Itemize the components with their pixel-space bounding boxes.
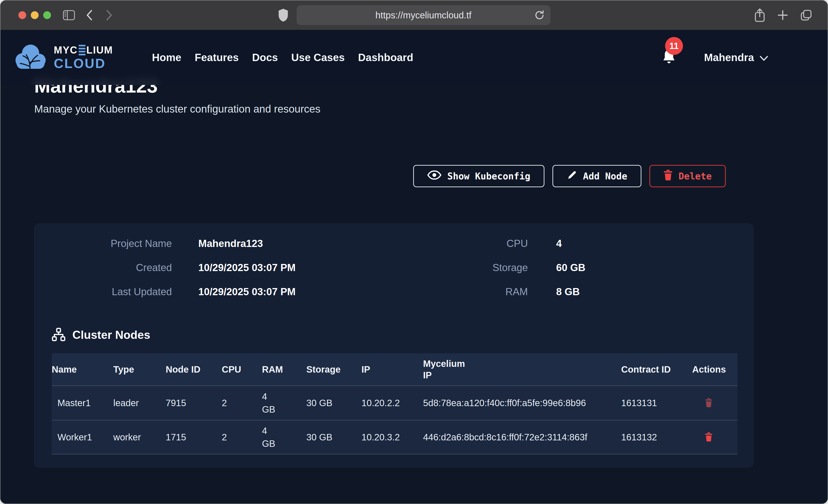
tab-overview-icon[interactable] (800, 9, 812, 22)
table-row: Worker1 worker 1715 2 4 GB 30 GB 10.20.3… (52, 420, 738, 454)
cluster-details-card: Project Name Mahendra123 CPU 4 Created 1… (34, 223, 753, 467)
main-nav: HomeFeaturesDocsUse CasesDashboard (152, 51, 413, 64)
table-header-row: NameTypeNode IDCPURAMStorageIPMycelium I… (52, 353, 738, 385)
cell-storage: 30 GB (306, 431, 362, 444)
column-header: Name (52, 364, 113, 375)
cell-storage: 30 GB (306, 396, 362, 409)
cell-node-id: 7915 (166, 396, 222, 409)
refresh-icon[interactable] (534, 10, 544, 21)
mycelium-cloud-logo[interactable]: MYC LIUM CLOUD (13, 43, 113, 72)
page: MYC LIUM CLOUD HomeFeaturesDocsUse Cases… (0, 30, 828, 504)
user-name: Mahendra (704, 51, 754, 64)
info-value: Mahendra123 (172, 237, 413, 250)
cell-actions (692, 432, 738, 443)
info-label: Project Name (35, 237, 172, 250)
info-label: Storage (413, 261, 528, 274)
column-header: Node ID (166, 364, 222, 375)
nav-item[interactable]: Features (195, 51, 239, 64)
trash-icon (705, 398, 713, 408)
cluster-nodes-table: NameTypeNode IDCPURAMStorageIPMycelium I… (52, 353, 738, 454)
cell-node-id: 1715 (166, 431, 222, 444)
trash-icon (663, 170, 673, 183)
url-text: https://myceliumcloud.tf (375, 10, 471, 20)
user-menu[interactable]: Mahendra (704, 51, 768, 64)
chevron-down-icon (759, 51, 768, 64)
table-row: Master1 leader 7915 2 4 GB 30 GB 10.20.2… (52, 385, 738, 420)
column-header: Type (113, 364, 166, 375)
info-label: Last Updated (35, 285, 172, 298)
logo-wordmark-line1: MYC LIUM (54, 45, 113, 55)
cell-actions (692, 398, 738, 408)
close-window-button[interactable] (18, 11, 26, 19)
nav-item[interactable]: Home (152, 51, 181, 64)
nav-item[interactable]: Dashboard (358, 51, 413, 64)
new-tab-icon[interactable] (777, 9, 788, 21)
add-node-button[interactable]: Add Node (552, 165, 641, 187)
cell-cpu: 2 (222, 396, 262, 409)
show-kubeconfig-button[interactable]: Show Kubeconfig (413, 165, 544, 187)
cell-mycelium-ip: 446:d2a6:8bcd:8c16:ff0f:72e2:3114:863f (423, 431, 621, 444)
column-header: Contract ID (621, 364, 692, 375)
column-header: CPU (222, 364, 262, 375)
cell-mycelium-ip: 5d8:78ea:a120:f40c:ff0f:a5fe:99e6:8b96 (423, 396, 621, 409)
cell-type: worker (113, 431, 166, 444)
nav-item[interactable]: Use Cases (291, 51, 345, 64)
table-body: Master1 leader 7915 2 4 GB 30 GB 10.20.2… (52, 385, 738, 454)
nav-item[interactable]: Docs (252, 51, 278, 64)
address-bar[interactable]: https://myceliumcloud.tf (296, 5, 550, 25)
column-header: Storage (306, 364, 362, 375)
traffic-lights (18, 11, 51, 19)
notification-badge: 11 (665, 37, 683, 55)
cell-ram: 4 GB (262, 390, 306, 416)
info-value: 4 (528, 237, 753, 250)
privacy-shield-icon[interactable] (278, 8, 289, 22)
browser-chrome: https://myceliumcloud.tf (0, 0, 828, 30)
info-label: CPU (413, 237, 528, 250)
cell-name: Master1 (52, 396, 113, 409)
cell-ram: 4 GB (262, 424, 306, 450)
column-header: Mycelium IP (423, 358, 621, 381)
back-button-icon[interactable] (85, 9, 94, 22)
logo-wordmark-line2: CLOUD (54, 57, 113, 70)
delete-node-button[interactable] (705, 398, 713, 408)
delete-node-button[interactable] (705, 432, 713, 443)
logo-e-bars (79, 45, 85, 55)
cell-ip: 10.20.3.2 (362, 431, 423, 444)
info-value: 60 GB (528, 261, 753, 274)
eye-icon (427, 170, 442, 182)
share-icon[interactable] (754, 8, 765, 22)
cell-ip: 10.20.2.2 (362, 396, 423, 409)
cell-name: Worker1 (52, 431, 113, 444)
cell-type: leader (113, 396, 166, 409)
cell-cpu: 2 (222, 431, 262, 444)
cluster-hierarchy-icon (52, 328, 66, 342)
sidebar-toggle-icon[interactable] (63, 10, 75, 20)
browser-window: https://myceliumcloud.tf (0, 0, 828, 504)
minimize-window-button[interactable] (31, 11, 39, 19)
info-label: RAM (413, 285, 528, 298)
pencil-icon (567, 170, 577, 182)
page-subtitle: Manage your Kubernetes cluster configura… (34, 102, 752, 115)
cell-contract-id: 1613132 (621, 431, 692, 444)
project-info: Project Name Mahendra123 CPU 4 Created 1… (35, 237, 753, 298)
column-header: Actions (692, 364, 738, 375)
info-value: 10/29/2025 03:07 PM (172, 285, 413, 298)
notifications-button[interactable]: 11 (661, 49, 676, 66)
cluster-actions: Show Kubeconfig Add Node (34, 165, 752, 187)
column-header: IP (362, 364, 423, 375)
site-header: MYC LIUM CLOUD HomeFeaturesDocsUse Cases… (0, 30, 828, 85)
zoom-window-button[interactable] (43, 11, 51, 19)
info-label: Created (35, 261, 172, 274)
cloud-logo-icon (13, 43, 48, 72)
trash-icon (705, 432, 713, 443)
bell-icon (661, 62, 676, 66)
cluster-nodes-heading: Cluster Nodes (35, 328, 753, 342)
delete-cluster-button[interactable]: Delete (650, 165, 726, 187)
forward-button-icon[interactable] (104, 9, 114, 22)
cell-contract-id: 1613131 (621, 396, 692, 409)
info-value: 10/29/2025 03:07 PM (172, 261, 413, 274)
column-header: RAM (262, 364, 306, 375)
info-value: 8 GB (528, 285, 753, 298)
